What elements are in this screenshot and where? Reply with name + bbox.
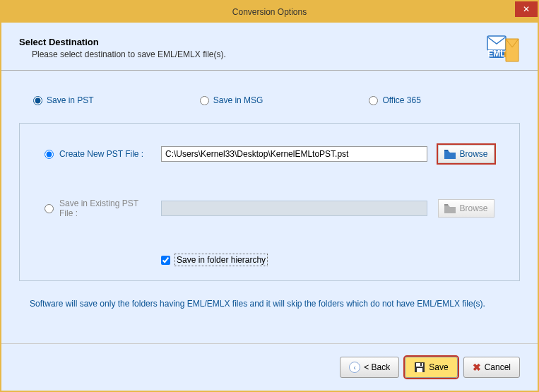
- eml-conversion-icon: EML: [486, 33, 520, 63]
- close-button[interactable]: ✕: [515, 1, 538, 17]
- floppy-disk-icon: [414, 362, 425, 373]
- info-note: Software will save only the folders havi…: [19, 281, 520, 326]
- radio-existing-input[interactable]: [45, 204, 54, 213]
- radio-existing-pst[interactable]: Save in Existing PST File :: [45, 198, 150, 218]
- cancel-button[interactable]: ✖ Cancel: [463, 357, 520, 378]
- hierarchy-checkbox[interactable]: [161, 256, 170, 265]
- browse-existing-pst-button: Browse: [438, 199, 494, 218]
- header-title: Select Destination: [19, 37, 226, 47]
- header-panel: Select Destination Please select destina…: [1, 23, 538, 71]
- header-subtitle: Please select destination to save EML/EM…: [32, 49, 226, 59]
- chevron-left-icon: ‹: [349, 362, 360, 373]
- cancel-x-icon: ✖: [473, 362, 481, 373]
- pst-options-panel: Create New PST File : Browse Save in Exi…: [19, 123, 520, 281]
- existing-pst-path-input: [161, 201, 427, 216]
- titlebar: Conversion Options ✕: [1, 1, 538, 23]
- back-button[interactable]: ‹ < Back: [340, 357, 399, 378]
- svg-rect-4: [416, 363, 423, 367]
- footer-buttons: ‹ < Back Save ✖ Cancel: [1, 343, 538, 391]
- hierarchy-label[interactable]: Save in folder hierarchy: [174, 254, 268, 266]
- radio-save-msg[interactable]: Save in MSG: [200, 95, 263, 105]
- new-pst-path-input[interactable]: [161, 146, 427, 162]
- save-button[interactable]: Save: [405, 357, 457, 378]
- window-title: Conversion Options: [232, 7, 307, 17]
- close-icon: ✕: [523, 4, 530, 14]
- radio-create-new-pst[interactable]: Create New PST File :: [45, 149, 150, 159]
- folder-icon: [444, 204, 456, 213]
- svg-rect-6: [420, 363, 422, 366]
- radio-office365[interactable]: Office 365: [369, 95, 420, 105]
- svg-rect-5: [417, 368, 422, 372]
- radio-office365-input[interactable]: [369, 96, 378, 105]
- radio-create-new-input[interactable]: [45, 150, 54, 159]
- folder-icon: [444, 150, 456, 159]
- svg-rect-0: [487, 36, 506, 50]
- radio-save-pst[interactable]: Save in PST: [33, 95, 94, 105]
- svg-text:EML: EML: [487, 49, 505, 59]
- radio-msg-input[interactable]: [200, 96, 209, 105]
- browse-new-pst-button[interactable]: Browse: [438, 145, 494, 163]
- save-format-radios: Save in PST Save in MSG Office 365: [19, 81, 520, 123]
- radio-pst-input[interactable]: [33, 96, 42, 105]
